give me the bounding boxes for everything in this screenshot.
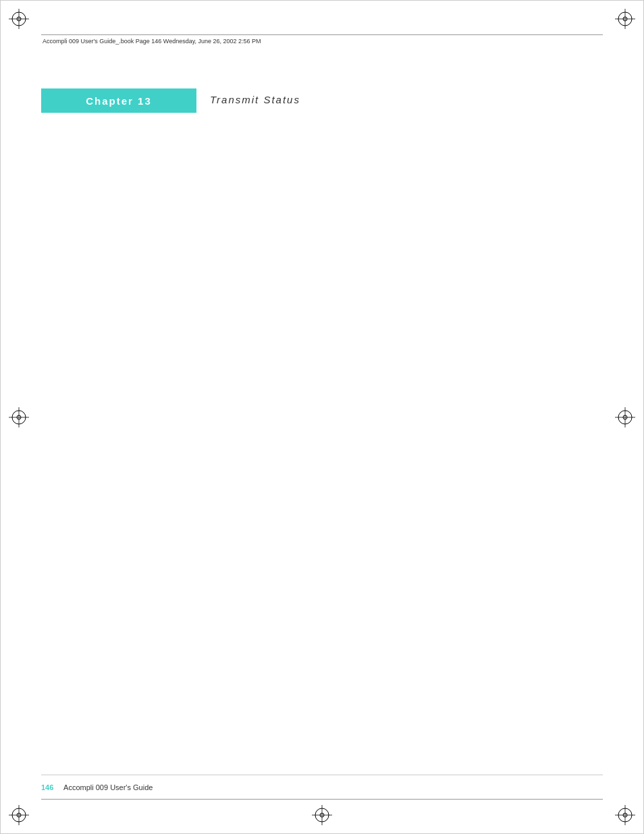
footer-spacer (55, 783, 61, 791)
reg-mark-bottom-left (9, 805, 29, 825)
header-file-info: Accompli 009 User's Guide_.book Page 146… (43, 38, 261, 45)
chapter-banner: Chapter 13 (41, 88, 196, 113)
reg-mark-top-left (9, 9, 29, 29)
chapter-label: Chapter 13 (86, 95, 152, 107)
reg-mark-middle-right (615, 407, 635, 427)
page-number: 146 (41, 783, 53, 791)
top-border-line (41, 34, 603, 35)
footer-content: 146 Accompli 009 User's Guide (41, 783, 153, 791)
reg-mark-middle-left (9, 407, 29, 427)
footer: 146 Accompli 009 User's Guide (41, 775, 603, 793)
chapter-subtitle: Transmit Status (210, 94, 300, 105)
bottom-border-line (41, 799, 603, 800)
footer-book-title: Accompli 009 User's Guide (63, 783, 153, 791)
page: Accompli 009 User's Guide_.book Page 146… (0, 0, 644, 834)
reg-mark-top-right (615, 9, 635, 29)
reg-mark-bottom-right (615, 805, 635, 825)
reg-mark-bottom-center (312, 805, 332, 825)
